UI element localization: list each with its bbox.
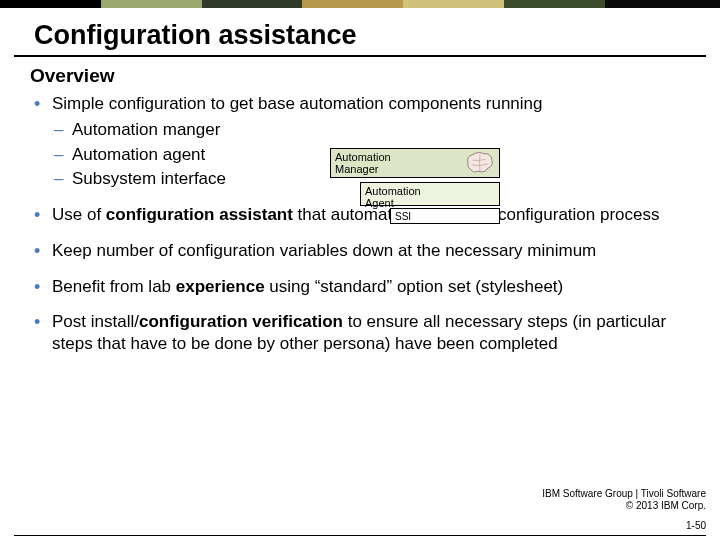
diagram: Automation Manager Automation Agent SSI [330, 148, 560, 238]
footer-org: IBM Software Group | Tivoli Software [542, 488, 706, 500]
slide: Configuration assistance Overview Simple… [0, 0, 720, 540]
diagram-label: Automation Manager [335, 151, 391, 175]
footer: IBM Software Group | Tivoli Software © 2… [542, 488, 706, 532]
bullet-text-bold: configuration verification [139, 312, 343, 331]
bullet-text-bold: experience [176, 277, 265, 296]
bullet-text-pre: Benefit from lab [52, 277, 176, 296]
bullet-text: Simple configuration to get base automat… [52, 94, 542, 113]
sub-text: Automation agent [72, 145, 205, 164]
diagram-box-ssi: SSI [390, 208, 500, 224]
bullet-text-post: using “standard” option set (stylesheet) [265, 277, 564, 296]
diagram-label: SSI [395, 211, 411, 222]
brain-icon [465, 151, 495, 175]
sub-text: Subsystem interface [72, 169, 226, 188]
footer-rule [14, 535, 706, 536]
sub-item: Automation manger [52, 119, 690, 141]
footer-copyright: © 2013 IBM Corp. [542, 500, 706, 512]
page-number: 1-50 [542, 520, 706, 532]
diagram-label: Automation Agent [365, 185, 421, 209]
diagram-box-agent: Automation Agent [360, 182, 500, 206]
subtitle: Overview [0, 63, 720, 93]
banner-stripe [0, 0, 720, 8]
bullet-item: Post install/configuration verification … [30, 311, 690, 355]
bullet-text-pre: Post install/ [52, 312, 139, 331]
bullet-item: Benefit from lab experience using “stand… [30, 276, 690, 298]
page-title: Configuration assistance [14, 8, 706, 57]
sub-text: Automation manger [72, 120, 220, 139]
bullet-item: Keep number of configuration variables d… [30, 240, 690, 262]
diagram-box-manager: Automation Manager [330, 148, 500, 178]
bullet-text: Keep number of configuration variables d… [52, 241, 596, 260]
bullet-text-pre: Use of [52, 205, 106, 224]
bullet-text-bold: configuration assistant [106, 205, 293, 224]
